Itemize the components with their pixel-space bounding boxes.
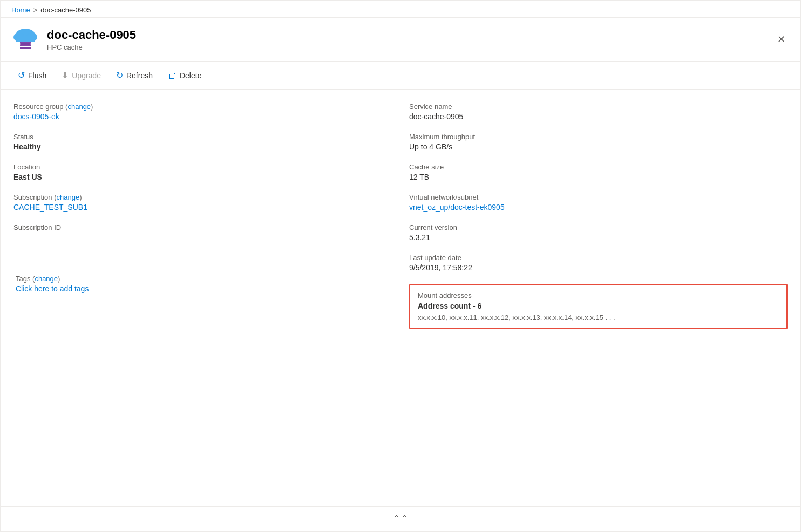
svg-rect-6 — [20, 47, 31, 49]
resource-group-value: docs-0905-ek — [13, 112, 392, 121]
resource-group-change-link[interactable]: change — [67, 103, 91, 111]
breadcrumb-current: doc-cache-0905 — [40, 6, 91, 14]
delete-label: Delete — [180, 71, 201, 80]
right-column: Service name doc-cache-0905 Maximum thro… — [400, 103, 790, 329]
flush-label: Flush — [28, 71, 46, 80]
resource-group-link[interactable]: docs-0905-ek — [13, 112, 59, 121]
close-button[interactable]: ✕ — [773, 31, 790, 47]
status-label: Status — [13, 133, 392, 141]
refresh-button[interactable]: ↻ Refresh — [110, 67, 159, 84]
toolbar: ↺ Flush ⬇ Upgrade ↻ Refresh 🗑 Delete — [1, 62, 800, 90]
status-value: Healthy — [13, 142, 392, 151]
breadcrumb-home[interactable]: Home — [11, 6, 30, 14]
breadcrumb: Home > doc-cache-0905 — [1, 1, 800, 18]
tags-change-link[interactable]: change — [35, 275, 58, 283]
service-icon — [11, 25, 39, 53]
content-area: Resource group (change) docs-0905-ek Sta… — [1, 90, 800, 342]
resource-group-field: Resource group (change) docs-0905-ek — [13, 103, 392, 121]
collapse-icon[interactable]: ⌃⌃ — [392, 513, 409, 525]
location-label: Location — [13, 163, 392, 171]
subscription-change-link[interactable]: change — [56, 193, 79, 201]
delete-icon: 🗑 — [168, 71, 177, 80]
current-version-value: 5.3.21 — [409, 233, 788, 242]
cache-size-field: Cache size 12 TB — [409, 163, 788, 181]
last-update-value: 9/5/2019, 17:58:22 — [409, 263, 788, 272]
status-field: Status Healthy — [13, 133, 392, 151]
virtual-network-link[interactable]: vnet_oz_up/doc-test-ek0905 — [409, 203, 505, 212]
upgrade-button[interactable]: ⬇ Upgrade — [55, 67, 107, 84]
max-throughput-value: Up to 4 GB/s — [409, 142, 788, 151]
refresh-label: Refresh — [126, 71, 153, 80]
tags-label: Tags (change) — [16, 275, 390, 283]
service-name-label: Service name — [409, 103, 788, 111]
tags-add-value: Click here to add tags — [16, 284, 390, 293]
svg-rect-3 — [16, 36, 35, 42]
mount-addresses-value: xx.x.x.10, xx.x.x.11, xx.x.x.12, xx.x.x.… — [418, 313, 779, 322]
page-subtitle: HPC cache — [47, 43, 136, 51]
location-field: Location East US — [13, 163, 392, 181]
virtual-network-label: Virtual network/subnet — [409, 193, 788, 201]
left-column: Resource group (change) docs-0905-ek Sta… — [11, 103, 400, 329]
delete-button[interactable]: 🗑 Delete — [161, 67, 208, 84]
footer: ⌃⌃ — [1, 506, 800, 531]
current-version-label: Current version — [409, 223, 788, 231]
flush-button[interactable]: ↺ Flush — [11, 67, 53, 84]
refresh-icon: ↻ — [116, 70, 123, 80]
max-throughput-field: Maximum throughput Up to 4 GB/s — [409, 133, 788, 151]
header-title-block: doc-cache-0905 HPC cache — [47, 28, 136, 51]
subscription-field: Subscription (change) CACHE_TEST_SUB1 — [13, 193, 392, 212]
subscription-label: Subscription (change) — [13, 193, 392, 201]
current-version-field: Current version 5.3.21 — [409, 223, 788, 242]
breadcrumb-separator: > — [33, 6, 38, 14]
virtual-network-field: Virtual network/subnet vnet_oz_up/doc-te… — [409, 193, 788, 212]
upgrade-label: Upgrade — [72, 71, 101, 80]
main-panel: Home > doc-cache-0905 doc-cache-0905 — [0, 0, 801, 532]
mount-count-value: Address count - 6 — [418, 302, 779, 310]
cache-size-label: Cache size — [409, 163, 788, 171]
flush-icon: ↺ — [18, 70, 25, 80]
resource-group-label: Resource group (change) — [13, 103, 392, 111]
subscription-id-field: Subscription ID — [13, 223, 392, 231]
last-update-field: Last update date 9/5/2019, 17:58:22 — [409, 254, 788, 272]
subscription-link[interactable]: CACHE_TEST_SUB1 — [13, 203, 87, 212]
page-title: doc-cache-0905 — [47, 28, 136, 42]
tags-field: Tags (change) Click here to add tags — [13, 275, 392, 306]
cache-size-value: 12 TB — [409, 173, 788, 181]
service-name-field: Service name doc-cache-0905 — [409, 103, 788, 121]
subscription-id-label: Subscription ID — [13, 223, 392, 231]
last-update-label: Last update date — [409, 254, 788, 262]
max-throughput-label: Maximum throughput — [409, 133, 788, 141]
subscription-value: CACHE_TEST_SUB1 — [13, 203, 392, 212]
upgrade-icon: ⬇ — [62, 70, 69, 80]
location-value: East US — [13, 173, 392, 181]
virtual-network-value: vnet_oz_up/doc-test-ek0905 — [409, 203, 788, 212]
mount-addresses-box: Mount addresses Address count - 6 xx.x.x… — [409, 284, 788, 329]
tags-add-link[interactable]: Click here to add tags — [16, 284, 89, 293]
mount-addresses-label: Mount addresses — [418, 291, 779, 299]
service-name-value: doc-cache-0905 — [409, 112, 788, 121]
page-header: doc-cache-0905 HPC cache ✕ — [1, 18, 800, 62]
